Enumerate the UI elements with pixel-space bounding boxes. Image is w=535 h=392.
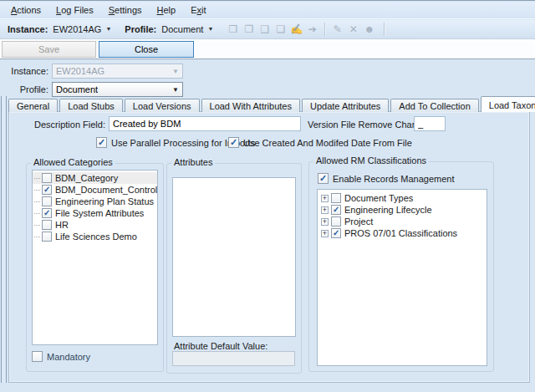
tab-load-with-attributes[interactable]: Load With Attributes <box>201 99 300 112</box>
menu-settings[interactable]: Settings <box>101 3 150 18</box>
tab-update-attributes[interactable]: Update Attributes <box>302 99 389 112</box>
toolbar-instance-dropdown[interactable]: EW2014AG <box>53 24 101 34</box>
instance-field-label: Instance: <box>3 66 48 76</box>
checkbox-icon[interactable] <box>42 208 52 218</box>
rm-document-types[interactable]: + Document Types <box>318 192 487 204</box>
tab-add-to-collection[interactable]: Add To Collection <box>390 99 478 112</box>
expand-plus-icon[interactable]: + <box>321 230 329 237</box>
tab-general[interactable]: General <box>8 99 58 112</box>
expand-plus-icon[interactable]: + <box>321 195 329 202</box>
menu-log-files[interactable]: Log Files <box>48 3 101 18</box>
button-row: Save Close <box>0 39 535 59</box>
profile-combobox[interactable]: Document ▼ <box>52 82 183 97</box>
load-taxonomy-tab-page: Description Field: Version File Remove C… <box>8 111 530 383</box>
toolbar: Instance: EW2014AG ▼ Profile: Document ▼… <box>0 20 535 39</box>
checkbox-icon[interactable] <box>331 228 341 238</box>
category-item-label: HR <box>55 220 69 230</box>
menu-bar: Actions Log Files Settings Help Exit <box>0 2 535 19</box>
user-icon[interactable]: ☻ <box>361 23 377 37</box>
version-file-remove-character-input[interactable] <box>414 116 446 131</box>
checkbox-icon[interactable] <box>42 220 52 230</box>
copy-attributes-icon[interactable]: ❏ <box>273 23 288 37</box>
category-item-label: Life Sciences Demo <box>55 232 137 242</box>
mandatory-checkbox[interactable]: Mandatory <box>32 351 90 362</box>
tab-strip: General Load Stubs Load Versions Load Wi… <box>8 96 535 112</box>
tab-load-stubs[interactable]: Load Stubs <box>59 99 123 112</box>
import-package-icon[interactable]: ❒ <box>225 23 241 37</box>
menu-exit[interactable]: Exit <box>183 3 213 18</box>
checkbox-icon[interactable] <box>42 232 52 242</box>
allowed-categories-list[interactable]: BDM_Category BDM_Document_Control Engine… <box>32 170 158 345</box>
category-item-label: Engineering Plan Status <box>55 196 154 206</box>
category-hr[interactable]: HR <box>33 219 157 231</box>
instance-combobox-value: EW2014AG <box>56 66 104 76</box>
tab-load-versions[interactable]: Load Versions <box>125 99 200 112</box>
checkbox-icon[interactable] <box>32 351 43 362</box>
edit-profile-icon[interactable]: ✎ <box>329 23 345 37</box>
allowed-rm-classifications-group: Allowed RM Classifications Enable Record… <box>308 161 494 372</box>
profile-field-label: Profile: <box>3 84 48 94</box>
tools-icon[interactable]: ✕ <box>345 23 361 37</box>
enable-records-management-checkbox[interactable]: Enable Records Management <box>318 173 455 184</box>
allowed-categories-group: Allowed Categories BDM_Category BDM_Docu… <box>26 163 164 372</box>
allowed-rm-classifications-title: Allowed RM Classifications <box>313 155 429 165</box>
checkbox-icon[interactable] <box>42 185 52 195</box>
export-folder-icon[interactable]: ➔ <box>304 23 320 37</box>
checkbox-icon[interactable] <box>331 193 341 203</box>
attributes-list[interactable] <box>172 177 296 337</box>
tab-load-taxonomy[interactable]: Load Taxonomy <box>481 96 535 112</box>
checkbox-icon[interactable] <box>318 173 329 184</box>
rm-engineering-lifecycle[interactable]: + Engineering Lifecycle <box>318 204 487 216</box>
rm-classification-item-label: Document Types <box>344 193 413 203</box>
chevron-down-icon[interactable]: ▼ <box>172 86 179 94</box>
attribute-default-value-label: Attribute Default Value: <box>174 341 268 351</box>
toolbar-icons-group-1: ❒ ❐ ❑ ❏ ✍ ➔ <box>225 23 320 37</box>
chevron-down-icon[interactable]: ▼ <box>207 26 213 32</box>
tree-connector <box>34 190 40 191</box>
checkbox-icon[interactable] <box>331 205 341 215</box>
save-button[interactable]: Save <box>2 41 96 58</box>
edit-list-icon[interactable]: ✍ <box>288 23 304 37</box>
use-created-modified-date-label: Use Created And Modifed Date From File <box>243 138 412 148</box>
close-button[interactable]: Close <box>99 41 194 58</box>
toolbar-profile-dropdown[interactable]: Document <box>161 24 203 34</box>
description-field-label: Description Field: <box>34 120 105 130</box>
mandatory-label: Mandatory <box>47 352 90 362</box>
category-bdm-category[interactable]: BDM_Category <box>33 172 157 184</box>
checkbox-icon[interactable] <box>96 137 107 148</box>
checkbox-icon[interactable] <box>331 216 341 227</box>
checkbox-icon[interactable] <box>42 173 52 183</box>
checkbox-icon[interactable] <box>42 196 52 206</box>
expand-plus-icon[interactable]: + <box>321 218 329 226</box>
chevron-down-icon[interactable]: ▼ <box>105 26 111 32</box>
toolbar-separator <box>384 23 385 36</box>
rm-classifications-tree[interactable]: + Document Types + Engineering Lifecycle… <box>317 189 487 366</box>
category-engineering-plan-status[interactable]: Engineering Plan Status <box>33 196 157 207</box>
copy-documents-icon[interactable]: ❐ <box>241 23 257 37</box>
enable-records-management-label: Enable Records Management <box>333 174 455 184</box>
menu-help[interactable]: Help <box>150 3 184 18</box>
allowed-categories-title: Allowed Categories <box>31 157 115 167</box>
left-splitter[interactable] <box>1 96 7 383</box>
description-field-input[interactable] <box>109 116 301 131</box>
category-bdm-document-control[interactable]: BDM_Document_Control <box>33 184 157 196</box>
use-created-modified-date-checkbox[interactable]: Use Created And Modifed Date From File <box>228 137 412 148</box>
load-stubs-icon[interactable]: ❑ <box>257 23 273 37</box>
category-life-sciences-demo[interactable]: Life Sciences Demo <box>33 231 157 242</box>
rm-pros-0701-classifications[interactable]: + PROS 07/01 Classifications <box>318 227 487 239</box>
toolbar-profile-label: Profile: <box>125 24 156 34</box>
tree-connector <box>34 201 40 202</box>
rm-project[interactable]: + Project <box>318 216 487 227</box>
expand-plus-icon[interactable]: + <box>321 206 329 214</box>
category-file-system-attributes[interactable]: File System Attributes <box>33 207 157 219</box>
rm-classification-item-label: Project <box>344 216 373 227</box>
app-window: { "menu": { "items": [ {"name":"menu-act… <box>0 0 535 392</box>
main-panel: Instance: EW2014AG ▼ Profile: Document ▼… <box>0 59 535 392</box>
checkbox-icon[interactable] <box>228 137 239 148</box>
category-item-label: File System Attributes <box>55 208 144 218</box>
tree-connector <box>34 237 40 237</box>
category-item-label: BDM_Document_Control <box>55 185 157 195</box>
menu-actions[interactable]: Actions <box>3 3 48 18</box>
attribute-default-value-input <box>172 351 295 366</box>
instance-combobox: EW2014AG ▼ <box>52 64 183 79</box>
